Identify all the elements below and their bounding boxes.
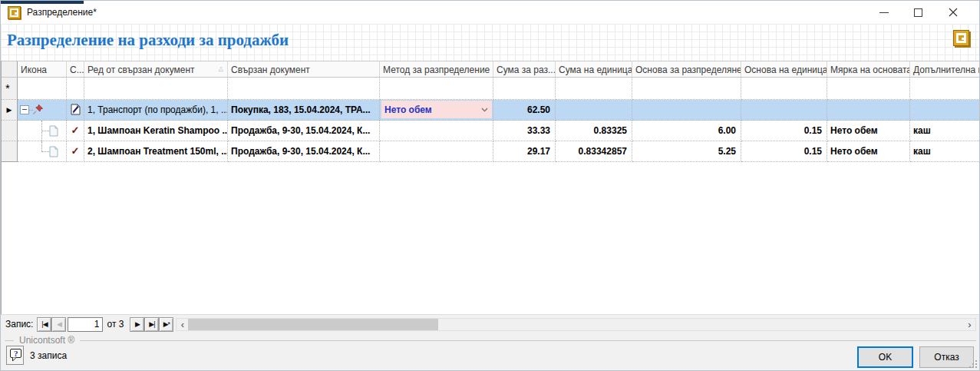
new-record-button[interactable]: ▶* — [159, 317, 173, 332]
document-icon — [49, 146, 58, 157]
new-row-cell[interactable] — [67, 78, 84, 100]
new-row-cell[interactable] — [556, 78, 632, 100]
cell-method[interactable] — [380, 121, 493, 141]
close-button[interactable] — [935, 1, 970, 24]
table-row-status-cell[interactable]: ✓ — [67, 121, 84, 141]
sort-ascending-icon: △ — [219, 66, 223, 72]
new-row-cell[interactable] — [228, 78, 380, 100]
banner: Разпределение на разходи за продажби — [1, 24, 979, 61]
cell-unit-base[interactable]: 0.15 — [741, 121, 827, 141]
app-icon — [8, 6, 21, 19]
cell-extra[interactable]: каш — [910, 121, 980, 141]
row-selector[interactable] — [2, 121, 18, 141]
scrollbar-track[interactable] — [188, 319, 964, 330]
brand-legend: Unicontsoft ® — [5, 335, 976, 346]
cell-base-measure[interactable]: Нето обем — [827, 121, 910, 141]
scroll-right-icon[interactable]: › — [964, 319, 975, 330]
cell-row-doc[interactable]: 2, Шампоан Treatment 150ml, ... — [84, 141, 228, 162]
cell-linked-doc[interactable]: Покупка, 183, 15.04.2024, ТРА... — [228, 100, 380, 121]
table-row-status-cell[interactable] — [67, 100, 84, 121]
new-row-cell[interactable] — [827, 78, 910, 100]
cell-base[interactable] — [632, 100, 741, 121]
cell-row-doc[interactable]: 1, Шампоан Keratin Shampoo ... — [84, 121, 228, 141]
cell-unit-base[interactable] — [741, 100, 827, 121]
cell-extra[interactable] — [910, 100, 980, 121]
row-selector[interactable] — [2, 141, 18, 162]
new-row-cell[interactable] — [910, 78, 980, 100]
cell-base[interactable]: 5.25 — [632, 141, 741, 162]
col-header-unit-base[interactable]: Основа на единица — [741, 61, 827, 78]
cell-amount[interactable]: 33.33 — [493, 121, 556, 141]
col-header-amount[interactable]: Сума за раз... — [493, 61, 556, 78]
ok-button[interactable]: OK — [857, 346, 913, 368]
tree-elbow — [41, 121, 49, 131]
page-title: Разпределение на разходи за продажби — [7, 31, 289, 50]
next-record-button[interactable]: ▶ — [130, 317, 144, 332]
new-row-selector[interactable]: * — [2, 78, 18, 100]
cell-amount[interactable]: 29.17 — [493, 141, 556, 162]
cell-linked-doc[interactable]: Продажба, 9-30, 15.04.2024, К... — [228, 121, 380, 141]
col-header-unit-amount[interactable]: Сума на единица — [556, 61, 632, 78]
first-record-button[interactable]: |◀ — [37, 317, 51, 332]
resize-grip[interactable] — [967, 358, 977, 368]
cell-base-measure[interactable] — [827, 100, 910, 121]
col-header-method[interactable]: Метод за разпределение — [380, 61, 493, 78]
cell-method[interactable] — [380, 141, 493, 162]
cell-extra[interactable]: каш — [910, 141, 980, 162]
legend-line — [80, 340, 976, 341]
cell-base[interactable]: 6.00 — [632, 121, 741, 141]
collapse-expander-icon[interactable] — [20, 105, 29, 114]
footer: Unicontsoft ® ? 3 записа OK Отказ — [1, 333, 979, 370]
col-header-status[interactable]: С... — [67, 61, 84, 78]
col-header-extra[interactable]: Допълнителна информация — [910, 61, 980, 78]
cell-unit-amount[interactable] — [556, 100, 632, 121]
row-selector[interactable]: ▶ — [2, 100, 18, 121]
cell-amount[interactable]: 62.50 — [493, 100, 556, 121]
check-icon: ✓ — [70, 141, 81, 161]
previous-record-button: ◀ — [51, 317, 66, 332]
cell-unit-amount[interactable]: 0.83342857 — [556, 141, 632, 162]
scrollbar-thumb[interactable] — [188, 319, 438, 330]
record-navigator-label: Запис: — [5, 319, 33, 330]
cell-unit-amount[interactable]: 0.83325 — [556, 121, 632, 141]
col-header-base-measure[interactable]: Мярка на основата — [827, 61, 910, 78]
table-row-status-cell[interactable]: ✓ — [67, 141, 84, 162]
editing-document-icon — [71, 104, 81, 115]
last-record-button[interactable]: ▶| — [144, 317, 159, 332]
cancel-button[interactable]: Отказ — [919, 346, 974, 368]
cell-base-measure[interactable]: Нето обем — [827, 141, 910, 162]
brand-label: Unicontsoft ® — [19, 335, 74, 346]
status-record-count: 3 записа — [30, 350, 67, 361]
col-header-icon[interactable]: Икона — [18, 61, 67, 78]
horizontal-scrollbar[interactable]: ‹ › — [176, 318, 976, 331]
maximize-icon — [914, 8, 922, 17]
table-row-icon-cell[interactable] — [18, 121, 67, 141]
tree-vertical-line — [41, 131, 42, 141]
help-button[interactable]: ? — [6, 346, 24, 365]
maximize-button[interactable] — [901, 1, 935, 24]
col-header-linked-doc[interactable]: Свързан документ — [228, 61, 380, 78]
new-row-cell[interactable] — [18, 78, 67, 100]
new-row-cell[interactable] — [632, 78, 741, 100]
new-row-cell[interactable] — [84, 78, 228, 100]
col-header-base[interactable]: Основа за разпределяне — [632, 61, 741, 78]
col-header-row-doc[interactable]: Ред от свързан документ△ — [84, 61, 228, 78]
minimize-button[interactable] — [866, 1, 901, 24]
app-icon-large — [953, 30, 969, 46]
cell-unit-base[interactable]: 0.15 — [741, 141, 827, 162]
new-row-cell[interactable] — [380, 78, 493, 100]
grid-corner-cell — [2, 61, 18, 78]
method-combobox[interactable]: Нето обем — [381, 101, 492, 118]
document-icon — [49, 125, 58, 137]
new-row-cell[interactable] — [493, 78, 556, 100]
check-icon: ✓ — [70, 121, 81, 141]
table-row-icon-cell[interactable] — [18, 100, 67, 121]
close-icon — [949, 8, 958, 17]
cell-row-doc[interactable]: 1, Транспорт (по продажби), 1, ... — [84, 100, 228, 121]
new-row-cell[interactable] — [741, 78, 827, 100]
scroll-left-icon[interactable]: ‹ — [177, 319, 188, 330]
record-count-label: от 3 — [107, 319, 124, 330]
cell-linked-doc[interactable]: Продажба, 9-30, 15.04.2024, К... — [228, 141, 380, 162]
record-position-input[interactable] — [68, 317, 103, 332]
table-row-icon-cell[interactable] — [18, 141, 67, 162]
